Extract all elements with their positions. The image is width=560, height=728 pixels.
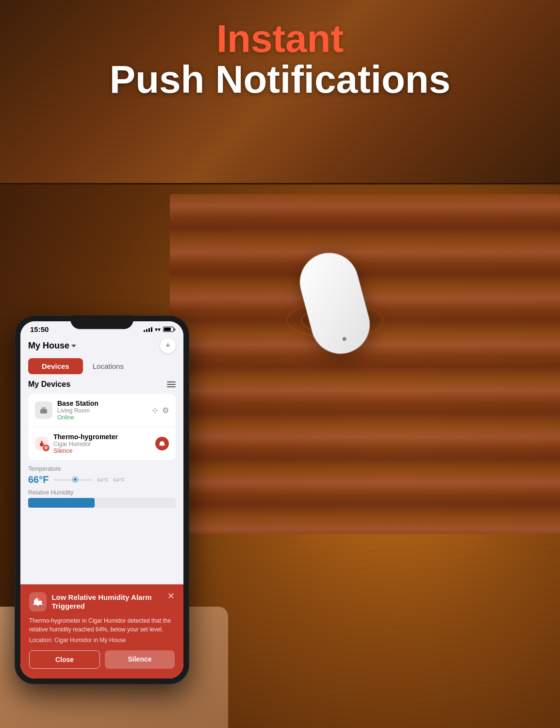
cigars-area bbox=[170, 194, 560, 534]
signal-bars-icon bbox=[144, 327, 152, 332]
base-station-icon bbox=[35, 401, 52, 419]
base-station-location: Living Room bbox=[57, 407, 152, 414]
wifi-icon: ▾▾ bbox=[155, 326, 161, 333]
svg-rect-0 bbox=[40, 409, 47, 414]
alarm-badge[interactable] bbox=[155, 437, 169, 450]
range-dot bbox=[73, 477, 78, 482]
svg-point-4 bbox=[46, 448, 47, 449]
device-list: Base Station Living Room Online ⊹ ⚙ bbox=[28, 394, 176, 461]
house-title[interactable]: My House bbox=[28, 341, 76, 351]
temp-range-slider bbox=[53, 479, 92, 481]
notification-header: ! Low Relative Humidity Alarm Triggered bbox=[29, 592, 175, 612]
temp-range-high: 64°F bbox=[114, 477, 125, 483]
temperature-section: Temperature 66°F 64°F 64°F bbox=[20, 461, 183, 489]
signal-bar-4 bbox=[151, 327, 152, 332]
my-devices-header: My Devices bbox=[20, 380, 183, 394]
notification-popup: ✕ ! Low Relative Humidity Alarm Triggere… bbox=[20, 584, 183, 678]
menu-line-2 bbox=[167, 384, 176, 385]
phone-screen: 15:50 ▾▾ bbox=[20, 321, 183, 678]
status-time: 15:50 bbox=[30, 325, 49, 333]
add-icon: + bbox=[165, 341, 171, 351]
title-push: Push Notifications bbox=[0, 58, 560, 101]
notification-buttons: Close Silence bbox=[29, 650, 175, 669]
notification-close-button[interactable]: ✕ bbox=[165, 590, 177, 602]
temperature-label: Temperature bbox=[28, 465, 176, 472]
notification-title: Low Relative Humidity Alarm Triggered bbox=[51, 593, 175, 611]
tab-devices[interactable]: Devices bbox=[28, 358, 83, 374]
settings-icon[interactable]: ⚙ bbox=[162, 406, 169, 415]
thermo-name: Thermo-hygrometer bbox=[53, 433, 155, 441]
thermo-actions bbox=[155, 437, 169, 450]
thermo-status: Silence bbox=[53, 447, 155, 454]
humidity-bar-fill bbox=[28, 498, 95, 508]
menu-icon[interactable] bbox=[167, 381, 176, 387]
humidity-label: Relative Humidity bbox=[28, 489, 176, 496]
humidity-section: Relative Humidity bbox=[20, 489, 183, 512]
device-item-base-station[interactable]: Base Station Living Room Online ⊹ ⚙ bbox=[28, 394, 176, 427]
status-icons: ▾▾ bbox=[144, 326, 174, 333]
battery-tip bbox=[174, 328, 175, 331]
notification-location: Location: Cigar Humidor in My House bbox=[29, 637, 175, 644]
device-item-thermo[interactable]: Thermo-hygrometer Cigar Humidor Silence bbox=[28, 427, 176, 461]
tab-locations[interactable]: Locations bbox=[83, 358, 133, 374]
notification-silence-button[interactable]: Silence bbox=[105, 650, 175, 669]
temp-value: 66°F bbox=[28, 474, 49, 485]
my-devices-title: My Devices bbox=[28, 380, 70, 389]
humidity-bar-bg bbox=[28, 498, 176, 508]
title-instant: Instant bbox=[0, 19, 560, 58]
signal-bar-2 bbox=[146, 329, 148, 332]
signal-bar-1 bbox=[144, 330, 145, 332]
thermo-icon bbox=[35, 437, 49, 450]
thermo-location: Cigar Humidor bbox=[53, 441, 155, 447]
phone-container: 15:50 ▾▾ bbox=[0, 315, 228, 728]
sensor-dot bbox=[342, 337, 347, 342]
phone-frame: 15:50 ▾▾ bbox=[15, 315, 189, 684]
temp-range-low: 64°F bbox=[97, 477, 108, 483]
thermo-info: Thermo-hygrometer Cigar Humidor Silence bbox=[53, 433, 155, 454]
svg-rect-3 bbox=[41, 441, 43, 445]
menu-line-3 bbox=[167, 386, 176, 387]
battery-icon bbox=[163, 327, 174, 332]
chevron-down-icon bbox=[71, 345, 76, 347]
battery-fill bbox=[164, 328, 171, 331]
temp-row: 66°F 64°F 64°F bbox=[28, 474, 176, 485]
base-station-actions: ⊹ ⚙ bbox=[152, 406, 169, 415]
title-area: Instant Push Notifications bbox=[0, 19, 560, 101]
base-station-status: Online bbox=[57, 414, 152, 421]
base-station-name: Base Station bbox=[57, 399, 152, 407]
notification-icon: ! bbox=[29, 592, 47, 612]
signal-bar-3 bbox=[148, 328, 150, 332]
add-button[interactable]: + bbox=[160, 338, 176, 353]
house-name-label: My House bbox=[28, 341, 69, 351]
app-header: My House + bbox=[20, 335, 183, 358]
phone-notch bbox=[70, 315, 133, 329]
svg-text:!: ! bbox=[39, 598, 40, 601]
notification-body: Thermo-hygrometer in Cigar Humidor detec… bbox=[29, 616, 175, 634]
svg-rect-1 bbox=[42, 407, 46, 409]
tab-bar: Devices Locations bbox=[20, 358, 183, 374]
share-icon[interactable]: ⊹ bbox=[152, 406, 158, 415]
notification-close-action-button[interactable]: Close bbox=[29, 650, 100, 669]
menu-line-1 bbox=[167, 381, 176, 382]
base-station-info: Base Station Living Room Online bbox=[57, 399, 152, 421]
